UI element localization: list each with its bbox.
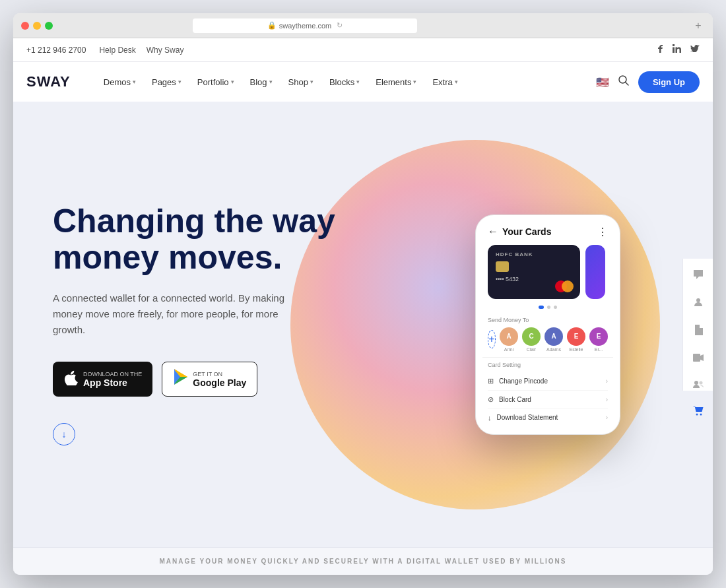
sidebar-chat-icon[interactable] bbox=[693, 269, 704, 282]
nav-extra[interactable]: Extra▾ bbox=[426, 73, 464, 91]
hero-section: Changing the way money moves. A connecte… bbox=[13, 102, 713, 547]
block-icon: ⊘ bbox=[488, 395, 494, 404]
phone-screen-title: Your Cards bbox=[502, 226, 597, 237]
credit-card-primary[interactable]: HDFC BANK •••• 5432 bbox=[488, 245, 580, 299]
google-play-icon bbox=[173, 369, 187, 389]
google-play-button[interactable]: GET IT ON Google Play bbox=[162, 362, 257, 397]
contact-clair-name: Clair bbox=[527, 347, 536, 352]
page-content: +1 212 946 2700 Help Desk Why Sway SWAY bbox=[13, 38, 713, 575]
pincode-icon: ⊞ bbox=[488, 377, 494, 385]
nav-elements[interactable]: Elements▾ bbox=[369, 73, 423, 91]
settings-change-pincode[interactable]: ⊞ Change Pincode › bbox=[488, 372, 608, 391]
linkedin-icon[interactable] bbox=[673, 44, 681, 55]
phone-menu-icon[interactable]: ⋮ bbox=[597, 226, 608, 238]
phone-mockup: ← Your Cards ⋮ HDFC BANK •••• 5432 bbox=[475, 214, 620, 435]
google-play-text: GET IT ON Google Play bbox=[193, 371, 246, 388]
social-links bbox=[658, 44, 700, 55]
settings-change-pincode-label: Change Pincode bbox=[499, 377, 548, 385]
phone-number: +1 212 946 2700 bbox=[26, 46, 86, 55]
send-money-section: Send Money To + A Armi C Clair bbox=[482, 314, 613, 357]
svg-point-14 bbox=[700, 413, 702, 415]
bottom-bar: MANAGE YOUR MONEY QUICKLY AND SECURELY W… bbox=[13, 547, 713, 575]
contact-estelle[interactable]: E Estelle bbox=[567, 327, 585, 352]
settings-arrow-2: › bbox=[606, 414, 608, 421]
nav-actions: 🇺🇸 Sign Up bbox=[596, 71, 700, 93]
settings-download-statement[interactable]: ↓ Download Statement › bbox=[488, 409, 608, 426]
settings-arrow-0: › bbox=[606, 377, 608, 385]
nav-pages[interactable]: Pages▾ bbox=[145, 73, 188, 91]
sidebar-document-icon[interactable] bbox=[694, 325, 703, 338]
settings-block-card-label: Block Card bbox=[499, 396, 531, 403]
search-icon[interactable] bbox=[618, 75, 629, 88]
traffic-lights bbox=[21, 22, 53, 30]
close-button[interactable] bbox=[21, 22, 29, 30]
facebook-icon[interactable] bbox=[658, 44, 663, 55]
add-contact-button[interactable]: + bbox=[488, 330, 496, 348]
contact-adams[interactable]: A Adams bbox=[544, 327, 563, 352]
contact-clair[interactable]: C Clair bbox=[522, 327, 541, 352]
hero-left-content: Changing the way money moves. A connecte… bbox=[53, 203, 335, 445]
sidebar-users-icon[interactable] bbox=[693, 379, 704, 391]
contact-estelle-name: Estelle bbox=[569, 347, 583, 352]
url-bar[interactable]: 🔒 swaytheme.com ↻ bbox=[193, 18, 417, 33]
nav-menu: Demos▾ Pages▾ Portfolio▾ Blog▾ Shop▾ Blo… bbox=[97, 73, 465, 91]
sign-up-button[interactable]: Sign Up bbox=[638, 71, 700, 93]
help-desk-link[interactable]: Help Desk bbox=[99, 46, 135, 55]
site-logo[interactable]: SWAY bbox=[26, 73, 71, 90]
dot-1 bbox=[539, 306, 544, 309]
minimize-button[interactable] bbox=[33, 22, 41, 30]
contact-armi-avatar: A bbox=[500, 327, 518, 346]
sidebar-video-icon[interactable] bbox=[693, 352, 704, 364]
arrow-down-icon: ↓ bbox=[62, 429, 67, 440]
mastercard-right-circle bbox=[562, 280, 574, 292]
sidebar-profile-icon[interactable] bbox=[693, 297, 704, 310]
dot-3 bbox=[554, 306, 557, 309]
contact-er[interactable]: E Er... bbox=[589, 327, 608, 352]
maximize-button[interactable] bbox=[45, 22, 53, 30]
send-money-label: Send Money To bbox=[488, 317, 608, 323]
nav-portfolio[interactable]: Portfolio▾ bbox=[191, 73, 241, 91]
download-icon: ↓ bbox=[488, 414, 492, 422]
card-slider[interactable]: HDFC BANK •••• 5432 bbox=[482, 245, 613, 306]
sidebar-cart-icon[interactable] bbox=[693, 405, 704, 418]
right-sidebar bbox=[682, 259, 713, 391]
hero-subtext: A connected wallet for a connected world… bbox=[53, 290, 290, 338]
settings-arrow-1: › bbox=[606, 396, 608, 403]
svg-point-2 bbox=[619, 76, 626, 83]
hero-headline: Changing the way money moves. bbox=[53, 203, 335, 276]
app-store-text: Download on the App Store bbox=[83, 371, 142, 388]
why-sway-link[interactable]: Why Sway bbox=[147, 46, 184, 55]
phone-screen: ← Your Cards ⋮ HDFC BANK •••• 5432 bbox=[476, 223, 620, 426]
phone-back-icon[interactable]: ← bbox=[488, 226, 498, 238]
nav-blog[interactable]: Blog▾ bbox=[244, 73, 279, 91]
app-buttons: Download on the App Store GET IT ON Goog… bbox=[53, 362, 335, 397]
svg-rect-0 bbox=[673, 44, 675, 46]
new-tab-button[interactable]: + bbox=[692, 19, 705, 32]
language-flag[interactable]: 🇺🇸 bbox=[596, 76, 609, 88]
svg-rect-9 bbox=[693, 354, 700, 362]
svg-point-12 bbox=[699, 381, 702, 384]
nav-demos[interactable]: Demos▾ bbox=[97, 73, 143, 91]
nav-blocks[interactable]: Blocks▾ bbox=[323, 73, 366, 91]
contact-clair-avatar: C bbox=[522, 327, 541, 346]
twitter-icon[interactable] bbox=[690, 44, 700, 55]
card-settings-section: Card Setting ⊞ Change Pincode › ⊘ Block … bbox=[482, 357, 613, 426]
contact-er-avatar: E bbox=[589, 327, 608, 346]
card-chip bbox=[496, 261, 509, 272]
browser-window: 🔒 swaytheme.com ↻ + +1 212 946 2700 Help… bbox=[13, 13, 713, 575]
credit-card-secondary[interactable] bbox=[585, 245, 605, 299]
send-money-avatars: + A Armi C Clair A bbox=[488, 327, 608, 352]
contact-er-name: Er... bbox=[595, 347, 603, 352]
contact-armi[interactable]: A Armi bbox=[500, 327, 518, 352]
app-store-button[interactable]: Download on the App Store bbox=[53, 362, 152, 397]
nav-shop[interactable]: Shop▾ bbox=[282, 73, 320, 91]
apple-icon bbox=[63, 370, 78, 389]
settings-block-card[interactable]: ⊘ Block Card › bbox=[488, 391, 608, 409]
card-settings-title: Card Setting bbox=[488, 362, 608, 368]
top-bar-links: Help Desk Why Sway bbox=[99, 46, 183, 55]
contact-adams-name: Adams bbox=[546, 347, 561, 352]
svg-point-8 bbox=[696, 298, 700, 302]
scroll-down-button[interactable]: ↓ bbox=[53, 423, 75, 445]
svg-line-3 bbox=[626, 82, 628, 85]
top-bar: +1 212 946 2700 Help Desk Why Sway bbox=[13, 38, 713, 62]
